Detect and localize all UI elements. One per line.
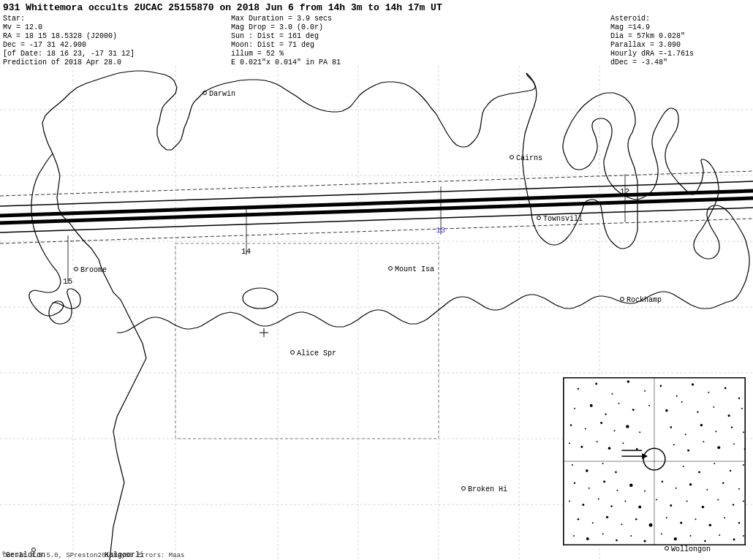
svg-point-129	[733, 443, 735, 444]
svg-point-186	[704, 540, 706, 542]
svg-point-147	[676, 488, 677, 489]
svg-point-153	[582, 504, 584, 506]
svg-point-173	[695, 518, 697, 520]
svg-point-91	[692, 383, 694, 385]
svg-point-127	[703, 441, 704, 442]
svg-point-123	[622, 442, 624, 444]
main-container: 12 13 14 15 Darwin Cairns Townsvill Broo…	[0, 0, 753, 560]
svg-point-92	[708, 392, 709, 393]
svg-point-188	[733, 539, 735, 541]
svg-point-95	[574, 408, 575, 409]
svg-point-177	[573, 535, 575, 537]
star-chart	[563, 377, 746, 545]
svg-point-103	[697, 411, 698, 412]
svg-point-144	[629, 483, 633, 487]
svg-text:Wollongon: Wollongon	[671, 545, 711, 553]
svg-point-143	[616, 490, 618, 491]
svg-point-107	[570, 424, 572, 426]
svg-text:RA = 18 15 18.5328 (J2000): RA = 18 15 18.5328 (J2000)	[3, 32, 117, 40]
svg-point-189	[743, 535, 744, 537]
svg-point-132	[586, 469, 589, 472]
svg-point-102	[681, 401, 683, 403]
svg-point-100	[648, 405, 650, 406]
svg-point-180	[616, 540, 618, 542]
svg-point-115	[700, 424, 703, 427]
svg-point-111	[626, 425, 629, 428]
svg-text:Cairns: Cairns	[516, 154, 542, 162]
svg-point-131	[572, 464, 573, 466]
svg-point-145	[644, 491, 646, 492]
svg-point-85	[595, 382, 597, 385]
svg-point-88	[644, 390, 646, 392]
svg-text:illum = 52 %: illum = 52 %	[231, 50, 284, 58]
svg-point-164	[743, 501, 744, 502]
svg-point-179	[602, 533, 604, 534]
svg-text:E 0.021"x 0.014" in PA 81: E 0.021"x 0.014" in PA 81	[231, 58, 341, 67]
svg-text:Broken Hi: Broken Hi	[468, 485, 507, 493]
svg-point-120	[580, 446, 583, 448]
svg-point-84	[578, 388, 579, 390]
svg-point-138	[730, 470, 731, 472]
svg-point-117	[731, 426, 733, 428]
svg-point-97	[605, 413, 606, 415]
svg-text:931 Whittemora occults 2UCAC 2: 931 Whittemora occults 2UCAC 25155870 on…	[3, 2, 442, 13]
svg-point-183	[661, 533, 662, 534]
svg-point-133	[602, 463, 604, 464]
svg-point-161	[702, 506, 705, 509]
svg-text:Parallax = 3.090: Parallax = 3.090	[610, 41, 681, 49]
svg-point-162	[717, 499, 719, 501]
svg-text:Darwin: Darwin	[209, 90, 235, 98]
svg-point-118	[743, 431, 744, 433]
svg-point-141	[589, 488, 590, 489]
svg-point-150	[722, 483, 724, 484]
svg-point-112	[639, 431, 640, 433]
svg-text:Asteroid:: Asteroid:	[610, 15, 650, 23]
svg-text:Occult 4.5.5.0, SPreston2018Ma: Occult 4.5.5.0, SPreston2018May06 Errors…	[3, 552, 184, 559]
svg-point-89	[660, 385, 662, 387]
svg-point-182	[644, 540, 646, 542]
svg-point-134	[615, 472, 617, 474]
svg-text:Townsvill: Townsvill	[543, 215, 583, 223]
svg-point-114	[685, 434, 686, 435]
svg-point-172	[680, 522, 682, 524]
svg-point-93	[724, 387, 727, 389]
svg-point-157	[638, 505, 641, 508]
svg-text:[of Date: 18 16 23, -17 31 12]: [of Date: 18 16 23, -17 31 12]	[3, 50, 135, 58]
svg-point-176	[738, 522, 740, 523]
svg-point-155	[610, 505, 613, 507]
svg-point-116	[715, 431, 716, 432]
svg-point-171	[666, 517, 667, 518]
svg-point-128	[717, 446, 720, 449]
svg-point-121	[597, 441, 598, 442]
svg-point-152	[569, 501, 570, 502]
svg-point-160	[686, 501, 688, 502]
svg-text:Moon:  Dist = 71 deg: Moon: Dist = 71 deg	[231, 41, 314, 49]
svg-point-105	[728, 415, 730, 417]
svg-point-158	[656, 499, 657, 501]
svg-point-140	[574, 483, 575, 484]
svg-point-113	[670, 426, 673, 428]
svg-point-170	[649, 523, 653, 527]
svg-text:dDec = -3.48": dDec = -3.48"	[610, 58, 667, 67]
svg-point-166	[592, 522, 594, 523]
svg-point-159	[670, 504, 672, 507]
svg-point-124	[636, 448, 638, 450]
svg-point-156	[624, 501, 626, 502]
svg-point-174	[709, 523, 712, 526]
svg-point-101	[665, 409, 668, 412]
svg-point-181	[630, 535, 632, 537]
svg-point-136	[698, 471, 700, 473]
svg-point-169	[635, 518, 637, 521]
svg-point-119	[569, 442, 570, 444]
svg-point-126	[687, 450, 689, 452]
svg-point-185	[690, 535, 692, 537]
svg-point-98	[618, 403, 619, 404]
svg-point-125	[673, 444, 675, 445]
svg-point-142	[603, 480, 605, 483]
svg-point-122	[608, 447, 611, 450]
svg-point-99	[632, 409, 635, 411]
svg-point-135	[683, 466, 684, 467]
svg-text:Mag Drop = 3.0 (0.0r): Mag Drop = 3.0 (0.0r)	[231, 23, 323, 31]
svg-point-106	[741, 408, 743, 409]
svg-point-151	[738, 488, 740, 490]
